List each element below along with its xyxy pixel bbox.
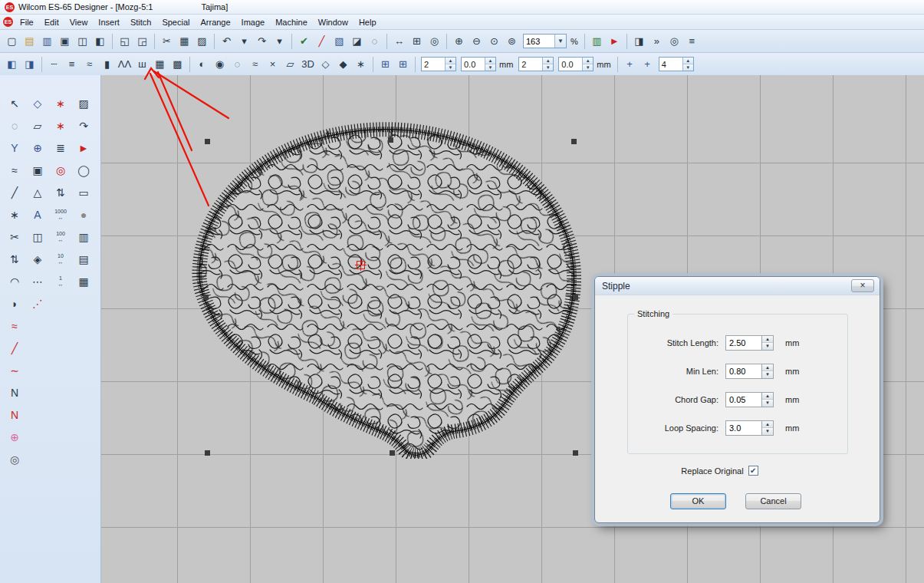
menu-stitch[interactable]: Stitch bbox=[125, 16, 157, 28]
transform-icon[interactable]: ▱ bbox=[28, 116, 48, 135]
node-line-icon[interactable]: N bbox=[5, 383, 25, 402]
zoom-combo[interactable]: ▼ bbox=[523, 34, 567, 48]
align-icon[interactable]: + bbox=[640, 56, 656, 72]
checker-icon[interactable]: ▦ bbox=[74, 272, 94, 291]
stitch-length-stepper-2[interactable]: 0.0 ▲▼ bbox=[558, 57, 594, 71]
insert-design-icon[interactable]: ◱ bbox=[117, 33, 133, 49]
measure-icon[interactable]: ↔ bbox=[391, 33, 407, 49]
min-len-spinner[interactable]: ▲▼ bbox=[761, 364, 774, 379]
e-stitch-icon[interactable]: ш bbox=[134, 56, 150, 72]
node-line-red-icon[interactable]: N bbox=[5, 405, 25, 424]
undo-more-icon[interactable]: ▾ bbox=[236, 33, 252, 49]
zoom-in-icon[interactable]: ⊕ bbox=[451, 33, 467, 49]
show-hoop-icon[interactable]: ◎ bbox=[426, 33, 442, 49]
dock-b-icon[interactable]: ◨ bbox=[21, 56, 38, 72]
wave-red-icon[interactable]: ∼ bbox=[5, 361, 25, 380]
menu-window[interactable]: Window bbox=[313, 16, 353, 28]
stitch-count-arrows-2[interactable]: ▲▼ bbox=[542, 58, 553, 71]
redo-icon[interactable]: ↷ bbox=[254, 33, 270, 49]
paste-icon[interactable]: ▨ bbox=[194, 33, 210, 49]
zoom-fit-icon[interactable]: ⊚ bbox=[504, 33, 520, 49]
fusion-fill-icon[interactable]: ◐ bbox=[194, 56, 210, 72]
target-gray-icon[interactable]: ◎ bbox=[5, 450, 25, 469]
stitch-count-stepper-2[interactable]: 2 ▲▼ bbox=[518, 57, 554, 71]
ok-button[interactable]: OK bbox=[670, 493, 726, 509]
reshape-object-icon[interactable]: ◇ bbox=[28, 94, 48, 113]
hatch-fill-icon[interactable]: ▨ bbox=[74, 94, 94, 113]
chord-gap-input[interactable] bbox=[725, 392, 761, 407]
cross-stitch-icon[interactable]: × bbox=[265, 56, 281, 72]
overlap-icon[interactable]: △ bbox=[28, 183, 48, 202]
stitch-player-icon[interactable]: ► bbox=[607, 33, 623, 49]
grid-b-icon[interactable]: ⊞ bbox=[395, 56, 411, 72]
menu-help[interactable]: Help bbox=[353, 16, 382, 28]
flip-vertical-icon[interactable]: ⇅ bbox=[5, 249, 25, 268]
selection-handle-top-right[interactable] bbox=[571, 139, 577, 144]
star-tool-icon[interactable]: ∗ bbox=[5, 205, 25, 224]
fill-stitch-icon[interactable]: ▧ bbox=[331, 33, 347, 49]
trailing-stepper[interactable]: 4 ▲▼ bbox=[659, 57, 694, 71]
export-machine-file-icon[interactable]: ◲ bbox=[134, 33, 150, 49]
zoom-dropdown-icon[interactable]: ▼ bbox=[554, 35, 566, 48]
min-len-input[interactable] bbox=[725, 364, 761, 379]
run-stitch-icon[interactable]: ┄ bbox=[46, 56, 62, 72]
flag-icon[interactable]: ► bbox=[74, 138, 94, 157]
menu-insert[interactable]: Insert bbox=[93, 16, 125, 28]
motif-run-icon[interactable]: ≈ bbox=[81, 56, 97, 72]
stitch-updown-icon[interactable]: ⇅ bbox=[51, 183, 71, 202]
open-icon[interactable]: ▤ bbox=[21, 33, 38, 49]
copy-icon[interactable]: ▦ bbox=[176, 33, 192, 49]
select-icon[interactable]: ↖ bbox=[5, 94, 25, 113]
jump-1-icon[interactable]: 1↔ bbox=[51, 272, 71, 291]
cancel-button[interactable]: Cancel bbox=[745, 493, 801, 509]
brain-stipple-design[interactable] bbox=[186, 121, 592, 459]
stitch-count-stepper[interactable]: 2 ▲▼ bbox=[421, 57, 456, 71]
menu-special[interactable]: Special bbox=[156, 16, 195, 28]
jump-10-icon[interactable]: 10↔ bbox=[51, 249, 71, 268]
nudge-icon[interactable]: + bbox=[622, 56, 638, 72]
design-properties-icon[interactable]: ▣ bbox=[57, 33, 73, 49]
design-window-icon[interactable]: ◎ bbox=[666, 33, 682, 49]
color-film-icon[interactable]: ▥ bbox=[589, 33, 605, 49]
zoom-input[interactable] bbox=[524, 35, 554, 48]
menu-view[interactable]: View bbox=[64, 16, 94, 28]
stitch-length-input[interactable] bbox=[725, 335, 761, 351]
dock-a-icon[interactable]: ◧ bbox=[4, 56, 20, 72]
save-icon[interactable]: ▥ bbox=[39, 33, 55, 49]
target-pink-icon[interactable]: ⊕ bbox=[5, 427, 25, 446]
titlebar[interactable]: ES Wilcom ES-65 Designer - [Mozg-5:1 Taj… bbox=[0, 0, 924, 15]
baseline-icon[interactable]: ≣ bbox=[51, 138, 71, 157]
applique-icon[interactable]: ▱ bbox=[282, 56, 298, 72]
selection-handle-mid-right[interactable] bbox=[573, 295, 578, 300]
show-grid-icon[interactable]: ⊞ bbox=[409, 33, 425, 49]
world-view-icon[interactable]: ⊕ bbox=[28, 138, 48, 157]
florentine-icon[interactable]: ∗ bbox=[51, 116, 71, 135]
travel-tools-icon[interactable]: » bbox=[649, 33, 665, 49]
zoom-1-1-icon[interactable]: ⊙ bbox=[486, 33, 502, 49]
jump-100-icon[interactable]: 100↔ bbox=[51, 227, 71, 246]
loop-spacing-input[interactable] bbox=[725, 420, 761, 436]
hoop-tool-icon[interactable]: ◎ bbox=[51, 160, 71, 180]
dialog-close-button[interactable]: × bbox=[851, 279, 874, 292]
stitch-spacing-stepper[interactable]: 0.0 ▲▼ bbox=[461, 57, 496, 71]
tatami-icon[interactable]: ▦ bbox=[152, 56, 168, 72]
zoom-out-icon[interactable]: ⊖ bbox=[469, 33, 485, 49]
trapunto-icon[interactable]: ◇ bbox=[317, 56, 334, 72]
grid-a-icon[interactable]: ⊞ bbox=[377, 56, 393, 72]
triple-run-icon[interactable]: ≡ bbox=[64, 56, 80, 72]
stitch-length-spinner[interactable]: ▲▼ bbox=[761, 335, 774, 351]
stipple-fill-icon[interactable]: ≈ bbox=[247, 56, 263, 72]
ellipse-tool-icon[interactable]: ◯ bbox=[74, 160, 94, 180]
menu-file[interactable]: File bbox=[15, 16, 39, 28]
selection-handle-top-left[interactable] bbox=[205, 139, 210, 144]
ring-icon[interactable]: ◗ bbox=[5, 294, 25, 313]
line-red-icon[interactable]: ╱ bbox=[5, 338, 25, 357]
generate-stitches-icon[interactable]: ✔ bbox=[296, 33, 312, 49]
program-split-icon[interactable]: ▩ bbox=[169, 56, 186, 72]
spiral-fill-icon[interactable]: ◌ bbox=[229, 56, 245, 72]
star-fill-icon[interactable]: ∗ bbox=[353, 56, 369, 72]
design-canvas[interactable]: + Stipple × Stitching Stitch Length: ▲▼ bbox=[101, 75, 924, 583]
stipple-dialog-titlebar[interactable]: Stipple bbox=[595, 277, 880, 295]
rotate-anchor-icon[interactable]: + bbox=[325, 127, 331, 139]
knife-icon[interactable]: ╱ bbox=[5, 183, 25, 202]
